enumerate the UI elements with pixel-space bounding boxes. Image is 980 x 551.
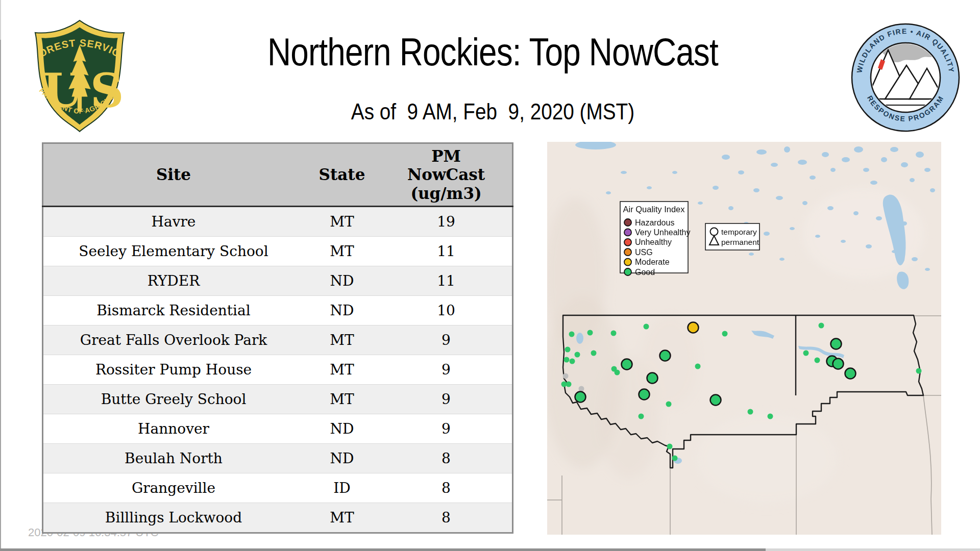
cell-value: 8 — [380, 444, 513, 473]
column-header-state: State — [304, 143, 380, 207]
cell-value: 9 — [380, 385, 513, 414]
marker-good-small — [565, 347, 571, 353]
table-row: Seeley Elementary SchoolMT11 — [43, 237, 513, 266]
legend-swatch-moderate — [624, 259, 631, 266]
cell-value: 9 — [380, 355, 513, 385]
temporary-label: temporary — [721, 228, 757, 236]
table-row: HavreMT19 — [43, 207, 513, 237]
marker-good-small — [815, 358, 820, 363]
aqi-map: Air Quality Index HazardousVery Unhealth… — [547, 142, 941, 535]
marker-good-small — [768, 414, 773, 419]
cell-site: Hannover — [43, 414, 304, 444]
marker-good-small — [591, 350, 597, 356]
marker-good-small — [819, 323, 824, 329]
marker-good-small — [916, 368, 922, 374]
cell-value: 11 — [380, 237, 513, 266]
cell-site: Great Falls Overlook Park — [43, 325, 304, 355]
legend-swatch-very-unhealthy — [624, 229, 631, 236]
marker-good-small — [644, 324, 649, 330]
page-subtitle: As of 9 AM, Feb 9, 2020 (MST) — [351, 99, 634, 124]
marker-good-small — [748, 409, 753, 415]
marker-good-small — [615, 370, 620, 375]
cell-value: 8 — [380, 473, 513, 503]
table-row: Bismarck ResidentialND10 — [43, 296, 513, 325]
column-header-pm: PM NowCast (ug/m3) — [380, 143, 513, 207]
marker-inactive — [563, 373, 569, 379]
cell-site: RYDER — [43, 266, 304, 296]
cell-state: MT — [304, 237, 380, 266]
permanent-label: permanent — [721, 238, 760, 246]
marker-good-large — [647, 373, 658, 384]
marker-good-small — [722, 331, 728, 337]
marker-good-large — [575, 392, 586, 403]
marker-good-small — [803, 350, 809, 356]
cell-state: MT — [304, 355, 380, 385]
page-title: Northern Rockies: Top NowCast — [267, 30, 718, 74]
legend-label: Moderate — [635, 258, 670, 266]
cell-site: Grangeville — [43, 473, 304, 503]
cell-state: MT — [304, 385, 380, 414]
cell-site: Seeley Elementary School — [43, 237, 304, 266]
marker-good-small — [667, 444, 673, 449]
legend-label: USG — [635, 248, 653, 257]
forest-service-logo: FOREST SERVICE U S DEPARTMENT OF AGRICUL… — [27, 18, 133, 135]
nowcast-table: Site State PM NowCast (ug/m3) HavreMT19S… — [42, 142, 513, 534]
table-row: HannoverND9 — [43, 414, 513, 444]
marker-good-small — [695, 364, 701, 369]
table-row: Great Falls Overlook ParkMT9 — [43, 325, 513, 355]
report-page: { "page": { "title": "Northern Rockies: … — [0, 0, 980, 551]
table-row: GrangevilleID8 — [43, 473, 513, 503]
marker-good-small — [672, 456, 678, 461]
table-row: Beulah NorthND8 — [43, 444, 513, 473]
legend-swatch-usg — [624, 248, 631, 256]
marker-good-large — [845, 368, 856, 379]
monitor-type-legend: temporary permanent — [705, 223, 760, 250]
cell-state: ND — [304, 414, 380, 444]
marker-good-small — [575, 352, 580, 358]
cell-value: 9 — [380, 325, 513, 355]
wfaqrp-logo: WILDLAND FIRE • AIR QUALITY RESPONSE PRO… — [849, 21, 962, 134]
cell-state: MT — [304, 503, 380, 533]
marker-good-small — [564, 357, 570, 363]
marker-good-small — [569, 332, 575, 337]
marker-good-small — [666, 402, 672, 407]
window-bottom-bar — [0, 548, 766, 551]
marker-good-small — [566, 382, 572, 387]
cell-state: MT — [304, 325, 380, 355]
cell-state: ND — [304, 444, 380, 473]
aqi-legend-title: Air Quality Index — [623, 205, 685, 214]
legend-label: Hazardous — [635, 218, 674, 227]
legend-swatch-good — [624, 268, 631, 276]
cell-state: ND — [304, 296, 380, 325]
cell-site: Butte Greely School — [43, 385, 304, 414]
marker-good-large — [833, 359, 844, 369]
cell-value: 10 — [380, 296, 513, 325]
window-edge — [0, 0, 1, 40]
table-row: RYDERND11 — [43, 266, 513, 296]
cell-value: 9 — [380, 414, 513, 444]
legend-swatch-unhealthy — [624, 239, 631, 246]
marker-moderate-large — [688, 322, 699, 333]
marker-good-small — [587, 330, 593, 336]
cell-site: Beulah North — [43, 444, 304, 473]
aqi-legend: Air Quality Index HazardousVery Unhealth… — [620, 202, 691, 277]
cell-state: MT — [304, 207, 380, 237]
table-row: Billlings LockwoodMT8 — [43, 503, 513, 533]
legend-label: Unhealthy — [635, 238, 672, 246]
cell-value: 19 — [380, 207, 513, 237]
marker-inactive — [579, 386, 584, 392]
legend-label: Good — [635, 268, 655, 277]
marker-good-large — [622, 359, 632, 370]
window-edge — [0, 40, 1, 551]
marker-good-small — [570, 359, 575, 364]
table-row: Rossiter Pump HouseMT9 — [43, 355, 513, 385]
table-header-row: Site State PM NowCast (ug/m3) — [43, 143, 513, 207]
cell-state: ID — [304, 473, 380, 503]
window-bottom-bar — [766, 548, 980, 551]
marker-good-small — [639, 414, 644, 419]
cell-site: Havre — [43, 207, 304, 237]
cell-value: 11 — [380, 266, 513, 296]
cell-value: 8 — [380, 503, 513, 533]
column-header-site: Site — [43, 143, 304, 207]
legend-label: Very Unhealthy — [635, 228, 691, 237]
